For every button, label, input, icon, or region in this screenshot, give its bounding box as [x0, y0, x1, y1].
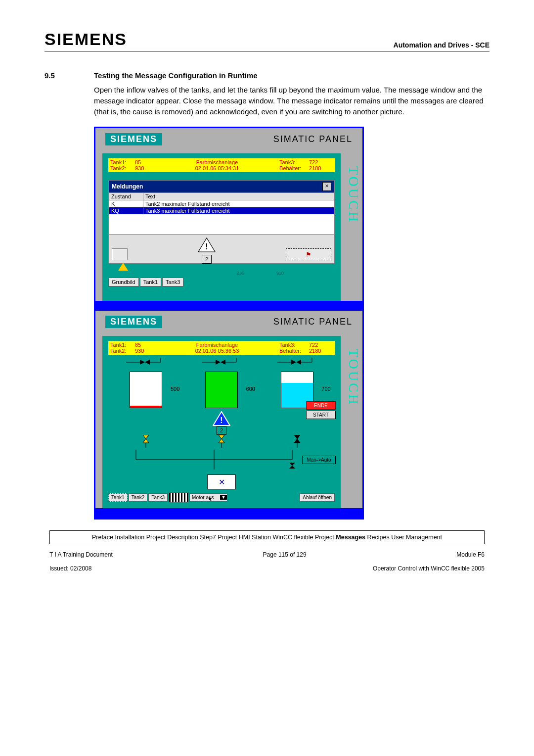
message-window-title: Meldungen	[112, 183, 143, 190]
behaelter-value: 2180	[309, 348, 333, 354]
bg-value-a: 236	[237, 271, 244, 276]
indicator-count: 2	[202, 255, 212, 264]
section-number: 9.5	[44, 71, 74, 80]
ende-button[interactable]: ENDE	[306, 401, 336, 410]
close-button[interactable]: ×	[322, 182, 331, 191]
touch-label: TOUCH	[347, 155, 360, 235]
tank-2: 600	[205, 372, 238, 408]
header-subtitle: Automation and Drives - SCE	[394, 41, 490, 49]
svg-marker-23	[143, 439, 149, 443]
siemens-logo: SIEMENS	[44, 30, 127, 49]
message-table: Zustand Text K Tank2 maximaler Füllstand…	[109, 192, 334, 214]
screen-title: Farbmischanlage	[155, 342, 279, 348]
bezel-brand: SIMATIC PANEL	[273, 134, 353, 144]
footer-module: Operator Control with WinCC flexible 200…	[373, 565, 485, 572]
svg-marker-22	[143, 435, 149, 439]
svg-marker-25	[219, 435, 224, 439]
svg-marker-36	[289, 466, 295, 469]
footer-row-2: Issued: 02/2008 Operator Control with Wi…	[49, 565, 485, 572]
tank1-level: 500	[171, 386, 179, 392]
tank2-level: 600	[246, 386, 255, 392]
behaelter-value: 2180	[309, 165, 333, 171]
timestamp: 02.01.06 05:36:53	[155, 348, 279, 354]
screen-title: Farbmischanlage	[155, 159, 279, 165]
bezel-siemens-logo: SIEMENS	[105, 133, 162, 145]
small-indicator-icon	[118, 263, 128, 271]
footer-right: Module F6	[456, 551, 485, 558]
tab-tank3[interactable]: Tank3	[148, 493, 168, 502]
crumb-item: HMI Station	[239, 534, 271, 541]
svg-marker-10	[221, 360, 225, 365]
tab-tank2[interactable]: Tank2	[129, 493, 148, 502]
chevron-down-icon: ▼	[220, 495, 227, 500]
svg-text:!: !	[220, 416, 222, 425]
motor-dropdown[interactable]: Motor aus ▼	[189, 493, 227, 502]
svg-marker-16	[296, 360, 301, 365]
tank1-value: 85	[135, 159, 155, 165]
svg-marker-15	[291, 360, 296, 365]
status-bar: Tank1: 85 Farbmischanlage Tank3: 722 Tan…	[108, 341, 335, 355]
crumb-item: User Management	[391, 534, 442, 541]
start-button[interactable]: START	[306, 411, 336, 419]
tank2-value: 930	[135, 165, 155, 171]
bg-value-b: 910	[276, 271, 284, 276]
tab-tank3[interactable]: Tank3	[162, 278, 183, 286]
col-text: Text	[143, 193, 334, 200]
bezel-siemens-logo: SIEMENS	[105, 316, 162, 328]
message-row[interactable]: K Tank2 maximaler Füllstand erreicht	[109, 200, 334, 208]
tank3-value: 722	[309, 159, 333, 165]
message-toolbar-button[interactable]	[112, 248, 128, 260]
outlet-valve-2[interactable]	[214, 435, 229, 448]
outlet-valve-3[interactable]	[290, 435, 305, 448]
bargraph-icon[interactable]	[169, 492, 188, 502]
touch-label: TOUCH	[347, 338, 360, 417]
tank1-label: Tank1:	[110, 342, 135, 348]
breadcrumb: Preface Installation Project Description…	[49, 530, 485, 544]
footer-row-1: T I A Training Document Page 115 of 129 …	[49, 551, 485, 558]
pipes	[108, 450, 335, 475]
tab-tank1[interactable]: Tank1	[140, 278, 161, 286]
svg-marker-35	[289, 463, 295, 466]
crumb-item: Project Description	[146, 534, 198, 541]
tank3-label: Tank3:	[279, 342, 309, 348]
inlet-valve-1[interactable]	[126, 358, 166, 367]
crumb-item: Step7 Project	[200, 534, 237, 541]
crumb-item: Installation	[115, 534, 145, 541]
message-row-selected[interactable]: KQ Tank3 maximaler Füllstand erreicht	[109, 207, 334, 214]
hmi-panel-2: SIEMENS SIMATIC PANEL TOUCH Tank1: 85 Fa…	[95, 311, 362, 508]
timestamp: 02.01.06 05:34:31	[155, 165, 279, 171]
behaelter-label: Behälter:	[279, 348, 309, 354]
message-indicator[interactable]: ! 2	[197, 237, 217, 260]
svg-marker-3	[140, 360, 145, 365]
message-window: Meldungen × Zustand Text K Tank2 maximal…	[108, 180, 335, 264]
section-title: Testing the Message Configuration in Run…	[94, 71, 258, 80]
svg-marker-37	[209, 497, 213, 501]
message-indicator[interactable]: ! 2	[213, 411, 230, 435]
indicator-count: 2	[217, 426, 226, 435]
hmi-panel-1: SIEMENS SIMATIC PANEL TOUCH Tank1: 85 Fa…	[95, 128, 362, 301]
page-header: SIEMENS Automation and Drives - SCE	[44, 30, 490, 51]
svg-marker-28	[294, 435, 300, 439]
bezel-brand: SIMATIC PANEL	[273, 317, 353, 327]
message-window-titlebar[interactable]: Meldungen ×	[109, 181, 334, 192]
mixing-tank: ✕	[207, 474, 236, 489]
col-state: Zustand	[109, 193, 143, 200]
hmi-screen-1: Tank1: 85 Farbmischanlage Tank3: 722 Tan…	[102, 153, 341, 301]
tab-tank1[interactable]: Tank1	[108, 493, 128, 502]
background-values: 236 910	[108, 271, 335, 276]
svg-text:!: !	[205, 242, 208, 251]
tank2-value: 930	[135, 348, 155, 354]
acknowledge-button[interactable]: ⚑	[286, 248, 331, 260]
tank3-label: Tank3:	[279, 159, 309, 165]
crumb-item: Preface	[92, 534, 113, 541]
flag-icon: ⚑	[306, 251, 312, 258]
cursor-icon	[209, 497, 213, 501]
svg-marker-26	[219, 439, 224, 443]
inlet-valve-2[interactable]	[202, 358, 241, 367]
side-controls: ENDE START	[306, 401, 336, 419]
tab-grundbild[interactable]: Grundbild	[108, 278, 139, 286]
inlet-valve-3[interactable]	[277, 358, 317, 367]
outlet-valve-1[interactable]	[138, 435, 153, 448]
ablauf-button[interactable]: Ablauf öffnen	[300, 493, 335, 502]
status-bar: Tank1: 85 Farbmischanlage Tank3: 722 Tan…	[108, 158, 335, 172]
